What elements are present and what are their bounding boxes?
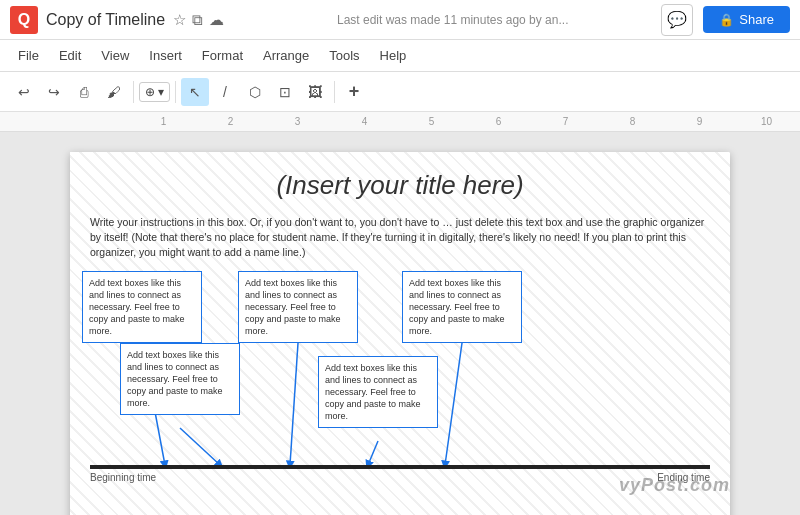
lock-icon: 🔒 [719, 13, 734, 27]
zoom-caret: ▾ [158, 85, 164, 99]
text-box-5[interactable]: Add text boxes like this and lines to co… [318, 356, 438, 429]
ruler-mark-3: 3 [264, 116, 331, 127]
toolbar-separator-3 [334, 81, 335, 103]
instructions-text[interactable]: Write your instructions in this box. Or,… [90, 215, 710, 261]
document-title[interactable]: Copy of Timeline [46, 11, 165, 29]
image-button[interactable]: 🖼 [301, 78, 329, 106]
ruler-mark-1: 1 [130, 116, 197, 127]
cloud-icon: ☁ [209, 11, 224, 29]
ruler-mark-8: 8 [599, 116, 666, 127]
text-box-3[interactable]: Add text boxes like this and lines to co… [402, 271, 522, 344]
text-box-2[interactable]: Add text boxes like this and lines to co… [238, 271, 358, 344]
ruler-mark-9: 9 [666, 116, 733, 127]
watermark: vyPost.com [619, 475, 730, 496]
ruler-mark-2: 2 [197, 116, 264, 127]
zoom-control[interactable]: ⊕ ▾ [139, 82, 170, 102]
folder-icon[interactable]: ⧉ [192, 11, 203, 29]
text-box-1[interactable]: Add text boxes like this and lines to co… [82, 271, 202, 344]
menu-view[interactable]: View [93, 45, 137, 66]
ruler-mark-4: 4 [331, 116, 398, 127]
share-label: Share [739, 12, 774, 27]
menu-arrange[interactable]: Arrange [255, 45, 317, 66]
textbox-button[interactable]: ⊡ [271, 78, 299, 106]
chat-button[interactable]: 💬 [661, 4, 693, 36]
share-button[interactable]: 🔒 Share [703, 6, 790, 33]
toolbar-separator-1 [133, 81, 134, 103]
slide[interactable]: (Insert your title here) Write your inst… [70, 152, 730, 515]
ruler-mark-10: 10 [733, 116, 800, 127]
menu-tools[interactable]: Tools [321, 45, 367, 66]
paint-format-button[interactable]: 🖌 [100, 78, 128, 106]
top-right-actions: 💬 🔒 Share [661, 4, 790, 36]
beginning-time-label: Beginning time [90, 472, 156, 483]
text-box-4[interactable]: Add text boxes like this and lines to co… [120, 343, 240, 416]
ruler: 1 2 3 4 5 6 7 8 9 10 [0, 112, 800, 132]
svg-line-2 [290, 343, 298, 465]
title-icons: ☆ ⧉ ☁ [173, 11, 224, 29]
timeline-line [90, 465, 710, 469]
last-edit-text: Last edit was made 11 minutes ago by an.… [244, 13, 661, 27]
ruler-mark-7: 7 [532, 116, 599, 127]
star-icon[interactable]: ☆ [173, 11, 186, 29]
canvas-area[interactable]: (Insert your title here) Write your inst… [0, 132, 800, 515]
shapes-button[interactable]: ⬡ [241, 78, 269, 106]
ruler-mark-5: 5 [398, 116, 465, 127]
toolbar-separator-2 [175, 81, 176, 103]
chat-icon: 💬 [667, 10, 687, 29]
redo-button[interactable]: ↪ [40, 78, 68, 106]
menu-bar: File Edit View Insert Format Arrange Too… [0, 40, 800, 72]
print-button[interactable]: ⎙ [70, 78, 98, 106]
undo-button[interactable]: ↩ [10, 78, 38, 106]
line-tool-button[interactable]: / [211, 78, 239, 106]
title-bar: Q Copy of Timeline ☆ ⧉ ☁ Last edit was m… [0, 0, 800, 40]
svg-line-5 [368, 441, 378, 465]
menu-insert[interactable]: Insert [141, 45, 190, 66]
toolbar: ↩ ↪ ⎙ 🖌 ⊕ ▾ ↖ / ⬡ ⊡ 🖼 + [0, 72, 800, 112]
add-button[interactable]: + [340, 78, 368, 106]
timeline-area: Add text boxes like this and lines to co… [70, 271, 730, 511]
ruler-mark-6: 6 [465, 116, 532, 127]
menu-file[interactable]: File [10, 45, 47, 66]
menu-edit[interactable]: Edit [51, 45, 89, 66]
menu-help[interactable]: Help [372, 45, 415, 66]
svg-line-3 [445, 343, 462, 465]
select-tool-button[interactable]: ↖ [181, 78, 209, 106]
svg-line-4 [180, 428, 220, 465]
menu-format[interactable]: Format [194, 45, 251, 66]
app-icon: Q [10, 6, 38, 34]
zoom-icon: ⊕ [145, 85, 155, 99]
slide-title[interactable]: (Insert your title here) [70, 152, 730, 209]
